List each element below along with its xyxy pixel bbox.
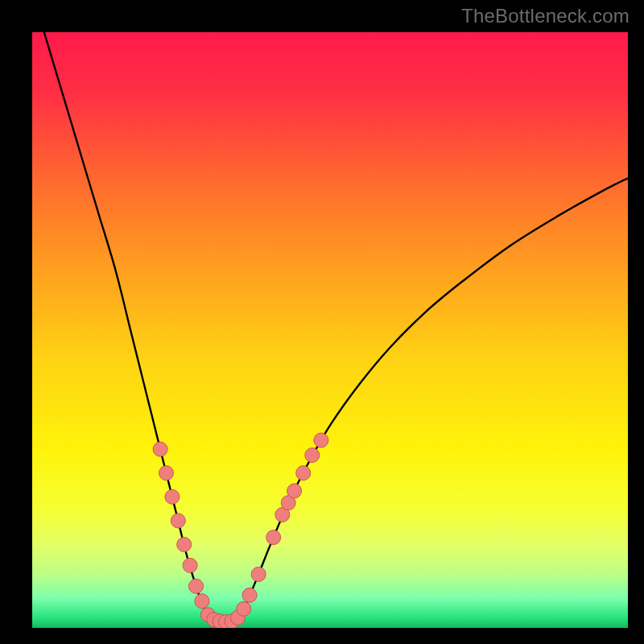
gradient-background bbox=[32, 32, 628, 628]
marker-dot bbox=[314, 433, 328, 448]
plot-area bbox=[32, 32, 628, 628]
chart-svg bbox=[32, 32, 628, 628]
marker-dot bbox=[171, 514, 185, 528]
marker-dot bbox=[195, 594, 209, 609]
chart-frame: TheBottleneck.com bbox=[0, 0, 644, 644]
marker-dot bbox=[237, 601, 251, 616]
marker-dot bbox=[305, 448, 320, 462]
marker-dot bbox=[251, 567, 266, 581]
marker-dot bbox=[153, 442, 167, 456]
marker-dot bbox=[189, 579, 204, 593]
watermark-text: TheBottleneck.com bbox=[461, 5, 630, 27]
marker-dot bbox=[159, 466, 174, 481]
marker-dot bbox=[266, 530, 281, 545]
marker-dot bbox=[296, 466, 311, 481]
marker-dot bbox=[287, 484, 302, 498]
marker-dot bbox=[165, 489, 180, 504]
marker-dot bbox=[177, 537, 192, 551]
marker-dot bbox=[183, 558, 197, 572]
marker-dot bbox=[242, 588, 257, 602]
